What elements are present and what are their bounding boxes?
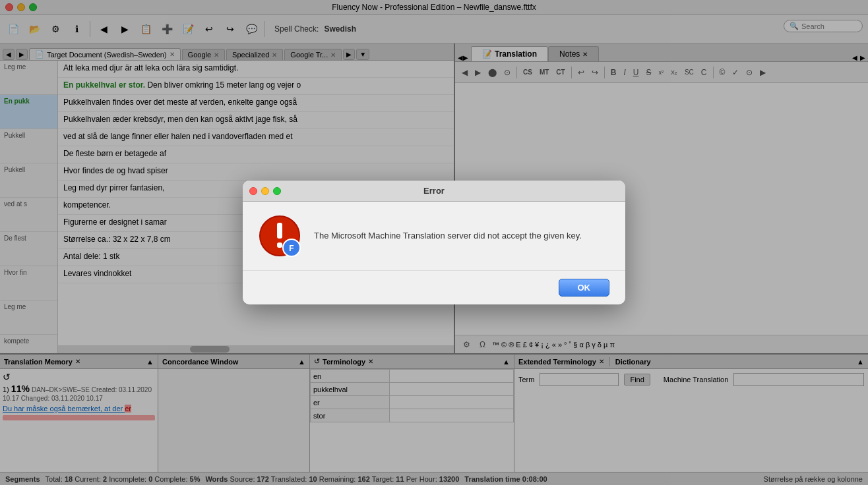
dialog-maximize[interactable] [273, 187, 281, 195]
dialog-close[interactable] [249, 187, 257, 195]
dialog-body: F The Microsoft Machine Translation serv… [243, 202, 625, 270]
svg-text:F: F [289, 244, 294, 253]
dialog-traffic-lights [249, 187, 281, 195]
error-overlay: Error F The Microsoft Machine Translatio… [0, 0, 868, 485]
dialog-title: Error [423, 186, 445, 196]
svg-rect-2 [277, 242, 282, 248]
dialog-title-bar: Error [243, 181, 625, 202]
dialog-footer: OK [243, 270, 625, 304]
dialog-minimize[interactable] [261, 187, 269, 195]
svg-rect-1 [277, 223, 282, 239]
error-dialog: Error F The Microsoft Machine Translatio… [243, 181, 625, 304]
ok-button[interactable]: OK [559, 279, 610, 297]
error-icon: F [259, 215, 301, 257]
dialog-message: The Microsoft Machine Translation server… [314, 229, 582, 242]
